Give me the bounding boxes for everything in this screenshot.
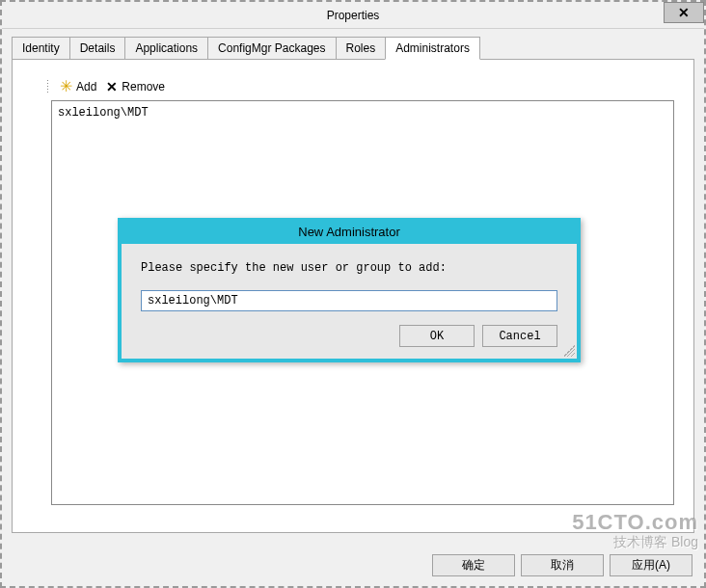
modal-body: Please specify the new user or group to … xyxy=(122,244,577,359)
tab-label: Applications xyxy=(135,41,198,55)
tab-label: Identity xyxy=(22,41,60,55)
dialog-button-row: 确定 取消 应用(A) xyxy=(432,554,692,576)
tab-applications[interactable]: Applications xyxy=(124,37,208,60)
button-label: 确定 xyxy=(462,557,485,574)
button-label: OK xyxy=(430,330,444,343)
modal-ok-button[interactable]: OK xyxy=(399,325,475,347)
watermark-line2: 技术博客 Blog xyxy=(572,535,698,549)
tab-label: ConfigMgr Packages xyxy=(218,41,325,55)
window-close-button[interactable]: ✕ xyxy=(664,2,704,23)
modal-title: New Administrator xyxy=(122,222,577,244)
tab-label: Roles xyxy=(346,41,376,55)
modal-cancel-button[interactable]: Cancel xyxy=(482,325,557,347)
add-button[interactable]: ✳ Add xyxy=(60,80,96,94)
tab-identity[interactable]: Identity xyxy=(12,37,70,60)
add-label: Add xyxy=(76,80,96,94)
add-icon: ✳ xyxy=(60,81,72,93)
list-item[interactable]: sxleilong\MDT xyxy=(58,105,667,120)
cancel-button[interactable]: 取消 xyxy=(521,554,604,576)
button-label: 取消 xyxy=(551,557,574,574)
window-title: Properties xyxy=(327,9,380,22)
new-administrator-input[interactable] xyxy=(141,290,557,311)
title-bar: Properties ✕ xyxy=(2,2,704,29)
ok-button[interactable]: 确定 xyxy=(432,554,515,576)
remove-icon: ✕ xyxy=(106,81,118,93)
modal-button-row: OK Cancel xyxy=(141,325,557,347)
toolbar: ✳ Add ✕ Remove xyxy=(46,79,674,94)
tab-roles[interactable]: Roles xyxy=(336,37,387,60)
resize-grip-icon[interactable] xyxy=(563,345,575,357)
tab-administrators[interactable]: Administrators xyxy=(385,37,480,60)
tab-label: Administrators xyxy=(395,41,470,55)
tab-strip: Identity Details Applications ConfigMgr … xyxy=(2,29,704,60)
properties-window: Properties ✕ Identity Details Applicatio… xyxy=(0,0,706,588)
apply-button[interactable]: 应用(A) xyxy=(610,554,692,576)
button-label: Cancel xyxy=(499,330,540,343)
close-icon: ✕ xyxy=(678,5,690,20)
tab-details[interactable]: Details xyxy=(69,37,126,60)
button-label: 应用(A) xyxy=(632,557,670,574)
new-administrator-dialog: New Administrator Please specify the new… xyxy=(118,218,581,362)
remove-label: Remove xyxy=(122,80,165,94)
remove-button[interactable]: ✕ Remove xyxy=(106,80,165,94)
tab-label: Details xyxy=(80,41,116,55)
tab-configmgr-packages[interactable]: ConfigMgr Packages xyxy=(207,37,336,60)
toolbar-grip-icon xyxy=(46,79,50,94)
modal-prompt: Please specify the new user or group to … xyxy=(141,261,557,275)
